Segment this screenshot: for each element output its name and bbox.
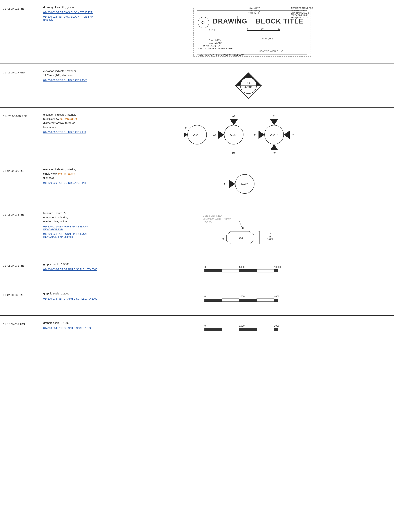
svg-text:(5/32"): (5/32") [267, 238, 273, 240]
svg-text:16 mm (5/8"): 16 mm (5/8") [249, 9, 260, 11]
ref-033: 01 42 00-033 REF [0, 290, 40, 312]
svg-text:284: 284 [237, 236, 243, 240]
desc-031-text: furniture, fixture, &equipment indicator… [43, 211, 100, 223]
desc-029: elevation indicator, interior,single vie… [40, 165, 103, 202]
svg-text:5 mm (3/16"): 5 mm (3/16") [209, 39, 221, 41]
row-029: 01 42 00-029 REF elevation indicator, in… [0, 162, 394, 206]
svg-marker-52 [284, 131, 290, 139]
link-028-1[interactable]: 014200-028-REF EL INDICATOR INT [43, 131, 100, 134]
svg-text:INSERTION POINT FOR DRAWING TI: INSERTION POINT FOR DRAWING TITLE BLOCK [198, 54, 244, 56]
ref-034-label: 01 42 00-034 REF [3, 323, 26, 326]
svg-text:(1/2"): (1/2") [302, 9, 306, 11]
visual-027: A4 A-201 [103, 67, 394, 104]
svg-line-65 [239, 221, 243, 229]
svg-text:0: 0 [204, 295, 206, 298]
link-026-1[interactable]: 014200-026-REF DWG BLOCK TITLE TYP [43, 11, 100, 14]
svg-text:0: 0 [204, 266, 206, 268]
row-034: 01 42 00-034 REF graphic scale, 1:1000 0… [0, 316, 394, 345]
scale-1000-diagram: 0 1000 2000 [202, 323, 294, 338]
svg-text:A-201: A-201 [230, 133, 238, 137]
visual-034: 0 1000 2000 [103, 319, 394, 341]
page: 01 42 00-026 REF drawing block title, ty… [0, 0, 394, 345]
row-028: 014 20 00-028 REF elevation indicator, i… [0, 108, 394, 162]
svg-text:A-201: A-201 [193, 133, 201, 137]
svg-text:B1: B1 [232, 152, 235, 154]
link-031-1[interactable]: 014200-031-REF FURN FIXT & EQUIP INDICAT… [43, 225, 100, 231]
svg-rect-96 [239, 328, 257, 331]
svg-text:2000: 2000 [274, 324, 280, 327]
svg-rect-80 [239, 269, 257, 272]
ref-027: 01 42 00-027 REF [0, 67, 40, 104]
desc-032-text: graphic scale, 1:5000 [43, 262, 100, 266]
svg-text:16 mm (5/8"): 16 mm (5/8") [261, 37, 273, 39]
scale-2000-diagram: 0 2000 4000 [202, 293, 294, 308]
svg-text:0: 0 [247, 28, 248, 30]
ref-026-label: 01 42 00-026 REF [3, 7, 26, 10]
link-032-1[interactable]: 014200-032-REF GRAPHIC SCALE 1 TO 5000 [43, 268, 100, 271]
ref-028: 014 20 00-028 REF [0, 111, 40, 159]
link-033-1[interactable]: 014200-033-REF GRAPHIC SCALE 1 TO 2000 [43, 297, 100, 300]
svg-text:A-202: A-202 [270, 133, 278, 137]
desc-031: furniture, fixture, &equipment indicator… [40, 209, 103, 253]
desc-033-text: graphic scale, 1:2000 [43, 292, 100, 296]
ref-033-label: 01 42 00-033 REF [3, 293, 26, 297]
svg-text:A2: A2 [232, 115, 235, 118]
svg-text:DRAWING MODULE LINE: DRAWING MODULE LINE [259, 50, 283, 52]
desc-027-text: elevation indicator, exterior,12.7 mm (1… [43, 69, 100, 77]
desc-026-text: drawing block title, typical [43, 5, 100, 9]
ref-027-label: 01 42 00-027 REF [3, 71, 26, 74]
svg-text:A2: A2 [272, 115, 275, 118]
svg-text:1000: 1000 [239, 324, 244, 327]
svg-rect-88 [239, 299, 257, 302]
desc-032: graphic scale, 1:5000 014200-032-REF GRA… [40, 260, 103, 283]
svg-rect-86 [204, 299, 222, 302]
svg-marker-38 [184, 131, 187, 139]
link-034-1[interactable]: 014200-034-REF GRAPHIC SCALE 1 TO [43, 327, 100, 330]
svg-text:GRAPHIC SCALE &: GRAPHIC SCALE & [290, 12, 309, 14]
row-033: 01 42 00-033 REF graphic scale, 1:2000 0… [0, 286, 394, 316]
ref-032: 01 42 00-032 REF [0, 260, 40, 283]
svg-text:MINIMUM WIDTH 10mm: MINIMUM WIDTH 10mm [202, 218, 231, 220]
ref-028-label: 014 20 00-028 REF [3, 115, 27, 118]
svg-text:10000: 10000 [274, 266, 281, 268]
ref-029: 01 42 00-029 REF [0, 165, 40, 202]
desc-027: elevation indicator, exterior,12.7 mm (1… [40, 67, 103, 104]
svg-text:DRAWING: DRAWING [213, 17, 247, 25]
row-032: 01 42 00-032 REF graphic scale, 1:5000 0… [0, 257, 394, 286]
desc-029-text: elevation indicator, interior,single vie… [43, 167, 100, 180]
svg-text:A1: A1 [253, 134, 256, 137]
visual-032: 0 5000 10000 [103, 260, 394, 283]
svg-text:2000: 2000 [239, 295, 244, 298]
desc-026: drawing block title, typical 014200-026-… [40, 3, 103, 60]
svg-text:13 mm (1/2"): 13 mm (1/2") [249, 7, 260, 9]
svg-rect-89 [257, 299, 274, 302]
ref-026: 01 42 00-026 REF [0, 3, 40, 60]
svg-text:10: 10 [261, 28, 264, 30]
svg-marker-53 [270, 144, 278, 150]
indicator-int-multi-diagram: A-201 A2 A1 A-201 A2 A1 B [184, 113, 313, 157]
ref-034: 01 42 00-034 REF [0, 319, 40, 341]
link-026-2[interactable]: 014200-026-REF DWG BLOCK TITLE TYP Examp… [43, 15, 100, 21]
link-031-2[interactable]: 014200-031-REF FURN FIXT & EQUIP INDICAT… [43, 232, 100, 238]
visual-029: A-201 A1 [103, 165, 394, 202]
visual-026: C4 DRAWING BLOCK TITLE 1 : 10 0 10 20 13… [103, 3, 394, 60]
visual-033: 0 2000 4000 [103, 290, 394, 312]
furn-indicator-diagram: USER DEFINED MINIMUM WIDTH 10mm (13/32")… [197, 211, 300, 251]
svg-text:2 mm (5/64") TEXT: 2 mm (5/64") TEXT [290, 16, 308, 19]
svg-text:A1: A1 [213, 134, 216, 137]
svg-text:45°: 45° [222, 237, 226, 240]
svg-text:TEXT – FINE LINE: TEXT – FINE LINE [290, 14, 308, 16]
svg-text:2.5 mm (3/32"): 2.5 mm (3/32") [209, 42, 222, 44]
svg-rect-81 [257, 269, 274, 272]
svg-text:USER DEFINED: USER DEFINED [202, 214, 222, 217]
svg-text:A2: A2 [184, 127, 187, 130]
svg-text:B1: B1 [291, 134, 295, 137]
svg-text:1 : 10: 1 : 10 [209, 29, 215, 31]
desc-034: graphic scale, 1:1000 014200-034-REF GRA… [40, 319, 103, 341]
row-027: 01 42 00-027 REF elevation indicator, ex… [0, 64, 394, 108]
svg-rect-97 [257, 328, 274, 331]
svg-rect-82 [274, 269, 278, 272]
link-027-1[interactable]: 014200-027-REF EL INDICATOR EXT [43, 79, 100, 82]
link-029-1[interactable]: 014200-029-REF EL INDICATOR INT [43, 181, 100, 184]
visual-028: A-201 A2 A1 A-201 A2 A1 B [103, 111, 394, 159]
